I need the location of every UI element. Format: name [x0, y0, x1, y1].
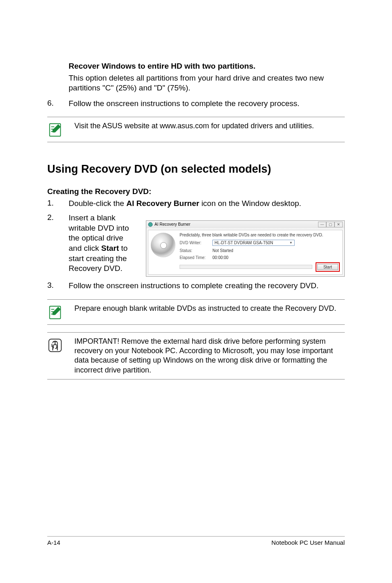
- note-1-text: Visit the ASUS website at www.asus.com f…: [74, 121, 345, 138]
- step-num-1: 1.: [47, 199, 69, 209]
- progress-bar: [180, 265, 312, 269]
- recover-option-heading: Recover Windows to entire HD with two pa…: [47, 62, 345, 71]
- note-2-text: Prepare enough blank writable DVDs as in…: [74, 304, 345, 320]
- step-num-3: 3.: [47, 281, 69, 291]
- step-3-text: Follow the onscreen instructions to comp…: [69, 281, 345, 291]
- step2-bold: Start: [101, 244, 119, 252]
- dvd-writer-select[interactable]: HL-DT-ST DVDRAM GSA-T50N ▼: [212, 240, 295, 246]
- ai-titlebar: AI Recovery Burner — ▢ ✕: [146, 221, 344, 228]
- step-6-text: Follow the onscreen instructions to comp…: [69, 99, 345, 109]
- step-6: 6. Follow the onscreen instructions to c…: [47, 99, 345, 109]
- section-heading: Using Recovery DVD (on selected models): [47, 163, 345, 176]
- note-box-1: Visit the ASUS website at www.asus.com f…: [47, 117, 345, 142]
- start-button[interactable]: Start: [317, 264, 338, 270]
- status-value: Not Started: [212, 248, 233, 253]
- page-number: A-14: [47, 539, 60, 546]
- ai-title: AI Recovery Burner: [154, 222, 190, 227]
- chevron-down-icon: ▼: [289, 241, 293, 245]
- writer-label: DVD Writer:: [180, 241, 212, 245]
- step-2-text: Insert a blank writable DVD into the opt…: [69, 213, 138, 277]
- minimize-button[interactable]: —: [318, 222, 326, 227]
- status-label: Status:: [180, 248, 212, 253]
- maximize-button[interactable]: ▢: [326, 222, 334, 227]
- creating-subheading: Creating the Recovery DVD:: [47, 187, 345, 196]
- important-icon: [47, 337, 74, 375]
- step-num-6: 6.: [47, 99, 69, 109]
- disc-icon: [151, 233, 175, 257]
- start-button-highlight: Start: [316, 262, 340, 272]
- note-box-2: Prepare enough blank writable DVDs as in…: [47, 299, 345, 325]
- close-button[interactable]: ✕: [334, 222, 343, 227]
- elapsed-label: Elapsed Time:: [180, 255, 212, 260]
- step-num-2: 2.: [47, 213, 69, 277]
- elapsed-value: 00:00:00: [212, 255, 228, 260]
- recover-option-desc: This option deletes all partitions from …: [47, 73, 345, 93]
- important-box: IMPORTANT! Remove the external hard disk…: [47, 332, 345, 380]
- ai-recovery-window: AI Recovery Burner — ▢ ✕ Predictably, th…: [146, 220, 345, 277]
- step-1: 1. Double-click the AI Recovery Burner i…: [47, 199, 345, 209]
- step1-bold: AI Recovery Burner: [126, 199, 199, 208]
- footer-title: Notebook PC User Manual: [272, 539, 345, 546]
- page-footer: A-14 Notebook PC User Manual: [47, 536, 345, 546]
- app-icon: [148, 222, 153, 227]
- step-1-text: Double-click the AI Recovery Burner icon…: [69, 199, 345, 209]
- ai-message: Predictably, three blank writable DVDs a…: [180, 233, 340, 237]
- step-3: 3. Follow the onscreen instructions to c…: [47, 281, 345, 291]
- step1-pre: Double-click the: [69, 199, 126, 208]
- note-icon: [47, 304, 74, 320]
- writer-value: HL-DT-ST DVDRAM GSA-T50N: [214, 241, 273, 245]
- important-text: IMPORTANT! Remove the external hard disk…: [74, 337, 345, 375]
- note-icon: [47, 121, 74, 138]
- step1-post: icon on the Window desktop.: [199, 199, 301, 208]
- svg-point-1: [148, 222, 152, 227]
